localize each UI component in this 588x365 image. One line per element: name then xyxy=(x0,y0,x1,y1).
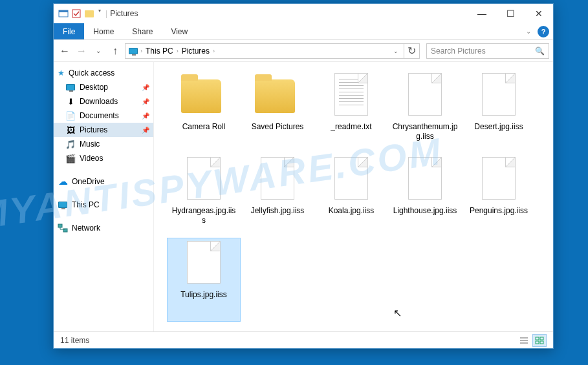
file-list[interactable]: Camera RollSaved Pictures_readme.txtChry… xyxy=(154,62,553,331)
file-icon xyxy=(482,157,516,200)
file-icon xyxy=(187,157,221,200)
refresh-button[interactable]: ↻ xyxy=(404,43,420,59)
pic-icon: 🖼 xyxy=(65,125,76,135)
file-icon xyxy=(408,73,442,116)
file-label: _readme.txt xyxy=(331,122,371,132)
sidebar-item-downloads[interactable]: ⬇Downloads📌 xyxy=(54,94,153,109)
network-icon xyxy=(58,223,68,233)
sidebar-label: OneDrive xyxy=(72,177,105,186)
breadcrumb-root-icon[interactable] xyxy=(128,46,138,56)
sidebar-item-videos[interactable]: 🎬Videos xyxy=(54,151,153,165)
file-label: Penguins.jpg.iiss xyxy=(470,206,528,216)
monitor-icon xyxy=(65,82,76,92)
search-placeholder: Search Pictures xyxy=(431,47,486,56)
view-icons-button[interactable] xyxy=(532,334,547,347)
file-label: Chrysanthemum.jpg.iiss xyxy=(391,122,459,141)
svg-rect-3 xyxy=(58,224,62,227)
ribbon-tabs: File Home Share View ⌄ ? xyxy=(54,23,553,40)
maximize-button[interactable]: ☐ xyxy=(496,5,525,23)
search-input[interactable]: Search Pictures 🔍 xyxy=(426,43,549,59)
file-item[interactable]: Chrysanthemum.jpg.iiss xyxy=(388,70,462,154)
sidebar-thispc[interactable]: This PC xyxy=(54,198,153,212)
pin-icon: 📌 xyxy=(142,84,149,91)
svg-rect-2 xyxy=(72,10,80,17)
tab-share[interactable]: Share xyxy=(123,23,162,39)
file-item[interactable]: Camera Roll xyxy=(167,70,241,154)
file-item[interactable]: _readme.txt xyxy=(314,70,388,154)
file-icon xyxy=(187,241,221,284)
qat-dropdown-icon[interactable]: ▾ xyxy=(98,8,101,19)
sidebar-label: Quick access xyxy=(69,68,114,78)
ribbon-expand-icon[interactable]: ⌄ xyxy=(526,23,531,39)
up-button[interactable]: ↑ xyxy=(108,44,122,58)
file-label: Saved Pictures xyxy=(252,122,304,132)
window-title: Pictures xyxy=(110,9,138,18)
help-icon[interactable]: ? xyxy=(538,26,549,37)
qat-newfolder-icon[interactable] xyxy=(83,8,95,19)
svg-rect-8 xyxy=(540,341,543,344)
sidebar-item-music[interactable]: 🎵Music xyxy=(54,137,153,151)
sidebar-item-pictures[interactable]: 🖼Pictures📌 xyxy=(54,123,153,137)
file-item[interactable]: Penguins.jpg.iiss xyxy=(462,154,536,238)
breadcrumb-pictures[interactable]: Pictures xyxy=(180,47,211,56)
file-label: Tulips.jpg.iiss xyxy=(180,290,227,300)
close-button[interactable]: ✕ xyxy=(525,5,553,23)
file-label: Hydrangeas.jpg.iiss xyxy=(170,206,237,225)
sidebar-item-label: Videos xyxy=(80,154,103,163)
file-item[interactable]: Desert.jpg.iiss xyxy=(462,70,536,154)
app-icon xyxy=(58,8,69,19)
file-label: Koala.jpg.iiss xyxy=(329,206,375,216)
back-button[interactable]: ← xyxy=(58,44,72,58)
sidebar-item-label: Downloads xyxy=(80,97,118,106)
pin-icon: 📌 xyxy=(142,98,149,105)
file-item[interactable]: Jellyfish.jpg.iiss xyxy=(241,154,314,238)
file-label: Camera Roll xyxy=(182,122,226,132)
navigation-pane[interactable]: ★ Quick access Desktop📌⬇Downloads📌📄Docum… xyxy=(54,62,154,331)
sidebar-item-desktop[interactable]: Desktop📌 xyxy=(54,80,153,94)
file-icon xyxy=(334,157,368,200)
file-icon xyxy=(482,73,516,116)
file-icon xyxy=(408,157,442,200)
file-item[interactable]: Hydrangeas.jpg.iiss xyxy=(167,154,241,238)
textfile-icon xyxy=(334,73,368,116)
folder-icon xyxy=(181,79,221,113)
title-bar[interactable]: ▾ | Pictures — ☐ ✕ xyxy=(54,4,553,23)
file-label: Lighthouse.jpg.iiss xyxy=(393,206,457,216)
file-item[interactable]: Saved Pictures xyxy=(241,70,314,154)
sidebar-network[interactable]: Network xyxy=(54,221,153,235)
breadcrumb-sep-icon[interactable]: › xyxy=(211,48,217,54)
tab-home[interactable]: Home xyxy=(84,23,123,39)
svg-rect-5 xyxy=(536,337,539,340)
breadcrumb-sep-icon[interactable]: › xyxy=(138,48,144,54)
file-label: Jellyfish.jpg.iiss xyxy=(251,206,305,216)
file-item[interactable]: Koala.jpg.iiss xyxy=(314,154,388,238)
down-icon: ⬇ xyxy=(65,96,76,107)
video-icon: 🎬 xyxy=(65,153,76,163)
breadcrumb-thispc[interactable]: This PC xyxy=(144,47,175,56)
forward-button[interactable]: → xyxy=(74,44,89,58)
sidebar-item-label: Pictures xyxy=(80,125,107,134)
sidebar-onedrive[interactable]: ☁ OneDrive xyxy=(54,174,153,189)
pin-icon: 📌 xyxy=(142,112,149,120)
address-dropdown-icon[interactable]: ⌄ xyxy=(391,48,401,54)
sidebar-item-label: Music xyxy=(80,140,100,149)
search-icon: 🔍 xyxy=(535,47,545,56)
status-bar: 11 items xyxy=(54,331,553,348)
monitor-icon xyxy=(58,200,68,210)
address-bar[interactable]: › This PC › Pictures › ⌄ xyxy=(125,43,404,59)
view-details-button[interactable] xyxy=(517,334,531,347)
tab-view[interactable]: View xyxy=(162,23,197,39)
file-item[interactable]: Tulips.jpg.iiss xyxy=(167,238,241,322)
svg-rect-6 xyxy=(540,337,543,340)
minimize-button[interactable]: — xyxy=(468,5,496,23)
file-item[interactable]: Lighthouse.jpg.iiss xyxy=(388,154,462,238)
sidebar-quickaccess[interactable]: ★ Quick access xyxy=(54,66,153,80)
breadcrumb-sep-icon[interactable]: › xyxy=(175,48,180,54)
qat-properties-icon[interactable] xyxy=(71,8,82,19)
recent-dropdown-icon[interactable]: ⌄ xyxy=(91,44,105,58)
status-item-count: 11 items xyxy=(60,336,89,345)
file-label: Desert.jpg.iiss xyxy=(474,122,523,132)
tab-file[interactable]: File xyxy=(54,23,84,39)
sidebar-label: This PC xyxy=(72,200,100,209)
sidebar-item-documents[interactable]: 📄Documents📌 xyxy=(54,109,153,123)
